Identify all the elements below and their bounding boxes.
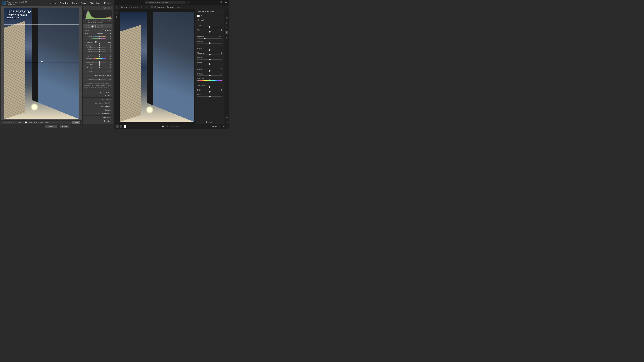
amount-slider[interactable] xyxy=(93,79,106,80)
moire-slider[interactable] xyxy=(93,66,106,66)
keywords-dropdown[interactable]: Keywords xyxy=(157,6,165,8)
exposure-slider[interactable] xyxy=(93,42,106,42)
left-panel-handle[interactable] xyxy=(0,6,1,124)
cc-sharpness-slider[interactable] xyxy=(197,87,222,87)
flag-unflag-icon[interactable] xyxy=(144,6,146,8)
cc-blacks-value[interactable]: 0 xyxy=(221,62,222,63)
clarity-slider[interactable] xyxy=(93,55,106,55)
type-video-icon[interactable] xyxy=(154,6,156,8)
whites-value[interactable]: 0 xyxy=(106,49,111,50)
highlights-value[interactable]: 0 xyxy=(106,45,111,47)
cc-moire-slider[interactable] xyxy=(197,96,222,97)
cc-noise-slider[interactable] xyxy=(197,92,222,92)
defringe-slider[interactable] xyxy=(93,67,106,68)
image-canvas[interactable]: d798-5037.CR2 16/11/2017 07:34:59 4160 x… xyxy=(2,7,81,119)
cc-dehaze-value[interactable]: 0 xyxy=(221,73,222,75)
heal-icon[interactable]: ◉ xyxy=(225,21,228,24)
effect-value[interactable]: Custom xyxy=(97,33,102,34)
locations-dropdown[interactable]: Locations xyxy=(176,6,182,8)
highlights-slider[interactable] xyxy=(93,45,106,46)
blacks-value[interactable]: 0 xyxy=(106,51,111,52)
cc-clarity-slider[interactable] xyxy=(197,71,222,71)
temp-slider[interactable] xyxy=(93,36,106,37)
cc-shadows-slider[interactable] xyxy=(197,54,222,55)
cc-clarity-value[interactable]: 0 xyxy=(221,68,222,70)
blacks-slider[interactable] xyxy=(93,51,106,52)
noise-slider[interactable] xyxy=(93,64,106,64)
nav-library[interactable]: Library xyxy=(47,2,58,4)
gradient-icon[interactable]: ▤ xyxy=(225,31,228,34)
search-input[interactable]: Search d798 Tokyo picks xyxy=(145,1,186,4)
cc-exposure-value[interactable]: - 1.59 xyxy=(218,36,222,38)
mask-reset-button[interactable]: Reset xyxy=(100,91,104,93)
noise-value[interactable]: 0 xyxy=(106,63,111,65)
radial2-tool-icon[interactable] xyxy=(97,25,100,28)
invert-checkbox[interactable] xyxy=(197,19,198,21)
dehaze-value[interactable]: 0 xyxy=(106,56,111,58)
saturation-value[interactable]: 0 xyxy=(106,58,111,59)
panel-transform[interactable]: Transform◀ xyxy=(82,115,113,119)
moire-value[interactable]: 0 xyxy=(106,65,111,67)
mask-brush[interactable]: Brush xyxy=(106,29,111,31)
tint-value[interactable]: 0 xyxy=(106,38,111,39)
reset-button[interactable]: Reset xyxy=(60,125,69,128)
panel-basic[interactable]: Basic◀ xyxy=(82,94,113,97)
panel-tone-curve[interactable]: Tone Curve◀ xyxy=(82,97,113,101)
nav-book[interactable]: Book xyxy=(79,2,88,4)
panel-hsl[interactable]: HSL/Color/B & W◀ xyxy=(82,101,113,105)
range-mask-menu-icon[interactable]: ▾ xyxy=(110,75,111,76)
radial-icon[interactable]: ◎ xyxy=(225,36,228,39)
flag-picked[interactable] xyxy=(162,125,164,127)
grid-view-icon[interactable]: ▦ xyxy=(115,11,118,13)
presets-button[interactable]: Presets xyxy=(195,120,224,124)
flag-reject-icon[interactable] xyxy=(146,6,148,8)
edit-icon[interactable]: ☰ xyxy=(225,11,228,14)
cc-highlights-slider[interactable] xyxy=(197,50,222,50)
mask-edit[interactable]: Edit xyxy=(103,29,106,31)
range-mask-value[interactable]: Color xyxy=(106,75,109,76)
grid-large-icon[interactable] xyxy=(120,125,122,128)
tag-icon[interactable]: 🏷 xyxy=(225,116,228,119)
lg-eraser-icon[interactable]: ◇ xyxy=(205,14,207,17)
compare-icon[interactable]: ◫ xyxy=(226,125,227,127)
mask-close-button[interactable]: Close xyxy=(106,91,110,93)
contrast-value[interactable]: 0 xyxy=(106,43,111,45)
clarity-value[interactable]: 0 xyxy=(106,54,111,56)
brush-tool-icon[interactable] xyxy=(101,25,103,27)
panel-detail[interactable]: Detail◀ xyxy=(82,108,113,112)
panel-split-toning[interactable]: Split Toning◀ xyxy=(82,105,113,108)
radial-tool-icon[interactable] xyxy=(91,25,94,28)
photo-rating[interactable]: ★★★★★ xyxy=(169,125,179,128)
panel-lens[interactable]: Lens Corrections◀ xyxy=(82,112,113,115)
cc-saturation-slider[interactable] xyxy=(197,80,222,81)
cc-whites-slider[interactable] xyxy=(197,59,222,60)
spot-tool-icon[interactable] xyxy=(88,25,90,28)
fit-button[interactable]: Fit xyxy=(212,125,214,127)
cc-sharpness-value[interactable]: 0 xyxy=(221,84,222,86)
oneone-button[interactable]: 1:1 xyxy=(219,125,221,127)
cc-highlights-value[interactable]: 0 xyxy=(221,47,222,49)
info-icon[interactable]: ⓘ xyxy=(225,121,228,124)
amount-value[interactable]: 50 xyxy=(106,79,111,80)
previous-button[interactable]: Previous xyxy=(45,125,57,128)
done-button[interactable]: Done xyxy=(72,121,80,124)
cc-contrast-value[interactable]: 0 xyxy=(221,41,222,42)
sharpness-value[interactable]: 0 xyxy=(106,61,111,63)
cc-blacks-slider[interactable] xyxy=(197,64,222,64)
flag-pick-icon[interactable] xyxy=(142,6,144,8)
nav-map[interactable]: Map xyxy=(70,2,78,4)
contrast-slider[interactable] xyxy=(93,44,106,44)
sharpness-slider[interactable] xyxy=(93,62,106,62)
effect-menu-icon[interactable]: ▾ xyxy=(110,33,111,34)
cc-tint-slider[interactable] xyxy=(197,31,222,32)
saturation-slider[interactable] xyxy=(93,58,106,59)
edit-pins-value[interactable]: Always xyxy=(16,122,22,123)
cc-shadows-value[interactable]: 0 xyxy=(221,52,222,54)
cc-dehaze-slider[interactable] xyxy=(197,75,222,76)
add-button[interactable]: + xyxy=(116,6,119,8)
lg-brush-icon[interactable]: ✎ xyxy=(201,14,203,17)
crop-tool-icon[interactable] xyxy=(85,25,87,27)
cameras-dropdown[interactable]: Cameras xyxy=(167,6,174,8)
trash-icon[interactable]: 🗑 xyxy=(115,15,118,18)
histogram[interactable] xyxy=(84,9,112,19)
